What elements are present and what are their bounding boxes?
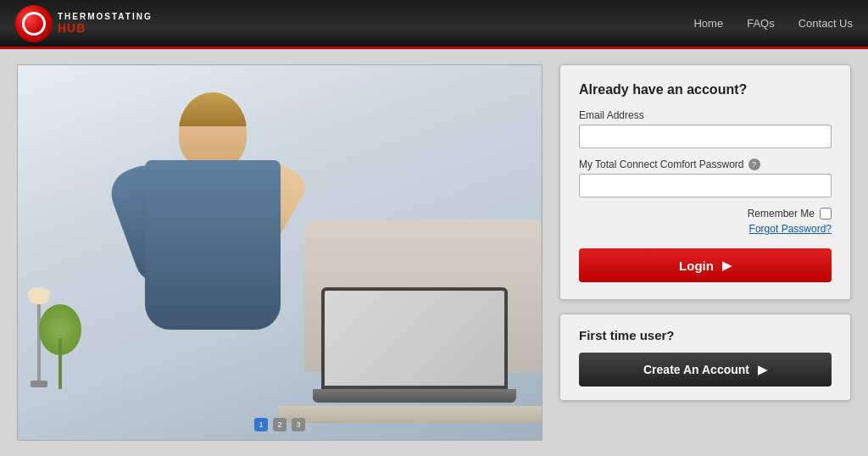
logo-bottom-line: HUB xyxy=(58,21,153,35)
laptop-scene xyxy=(296,287,533,423)
woman-head xyxy=(179,92,247,169)
nav-home-link[interactable]: Home xyxy=(693,17,723,30)
main-content: 1 2 3 Already have an account? Email Add… xyxy=(0,49,868,456)
nav-contact-link[interactable]: Contact Us xyxy=(798,17,853,30)
nav-faqs-link[interactable]: FAQs xyxy=(747,17,775,30)
password-input[interactable] xyxy=(579,174,832,197)
remember-row: Remember Me xyxy=(579,208,832,220)
password-label: My Total Connect Comfort Password ? xyxy=(579,158,832,170)
laptop-screen xyxy=(321,287,508,389)
create-account-label: Create An Account xyxy=(643,363,749,376)
logo-text: THERMOSTATING HUB xyxy=(58,12,153,35)
right-panel: Already have an account? Email Address M… xyxy=(559,64,851,441)
login-card: Already have an account? Email Address M… xyxy=(559,64,851,300)
create-account-button[interactable]: Create An Account ▶ xyxy=(579,353,832,386)
hero-image-panel: 1 2 3 xyxy=(17,64,542,441)
login-button[interactable]: Login ▶ xyxy=(579,248,832,282)
login-button-arrow: ▶ xyxy=(722,259,732,272)
email-label: Email Address xyxy=(579,109,832,121)
remember-me-label: Remember Me xyxy=(748,208,815,220)
carousel-dots: 1 2 3 xyxy=(254,418,305,431)
create-account-arrow: ▶ xyxy=(758,363,767,376)
password-help-icon[interactable]: ? xyxy=(748,158,760,170)
logo-area: THERMOSTATING HUB xyxy=(15,5,153,42)
top-navigation: THERMOSTATING HUB Home FAQs Contact Us xyxy=(0,0,868,49)
nav-links: Home FAQs Contact Us xyxy=(693,17,853,30)
lamp-shade xyxy=(26,287,52,304)
carousel-dot-3[interactable]: 3 xyxy=(292,418,305,431)
table-surface xyxy=(279,406,542,423)
login-button-label: Login xyxy=(679,259,714,273)
woman-body xyxy=(145,160,281,330)
plant-stem xyxy=(58,338,62,389)
remember-me-checkbox[interactable] xyxy=(820,208,832,220)
email-input[interactable] xyxy=(579,125,832,148)
forgot-password-link[interactable]: Forgot Password? xyxy=(579,223,832,235)
hero-photo xyxy=(18,65,542,440)
carousel-dot-2[interactable]: 2 xyxy=(273,418,287,431)
new-user-title: First time user? xyxy=(579,328,832,342)
laptop-base xyxy=(313,389,516,403)
login-card-title: Already have an account? xyxy=(579,82,832,97)
new-user-card: First time user? Create An Account ▶ xyxy=(559,314,851,401)
plant-decoration xyxy=(35,304,86,389)
carousel-dot-1[interactable]: 1 xyxy=(254,418,268,431)
logo-icon xyxy=(15,5,53,42)
logo-top-line: THERMOSTATING xyxy=(58,12,153,21)
woman-hair xyxy=(179,92,247,126)
